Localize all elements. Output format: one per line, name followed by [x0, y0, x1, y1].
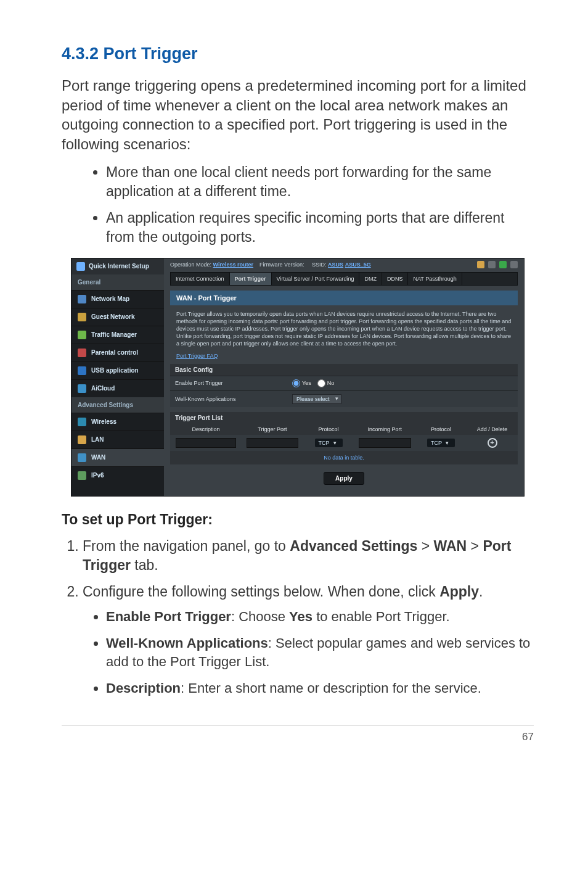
no-data-message: No data in table.: [170, 451, 518, 464]
table-input-row: TCP TCP +: [170, 435, 518, 451]
scenario-item: More than one local client needs port fo…: [106, 163, 534, 201]
radio-yes-label: Yes: [302, 380, 311, 386]
sidebar-item-parental-control[interactable]: Parental control: [71, 344, 164, 361]
th-protocol-2: Protocol: [415, 426, 467, 432]
network-map-icon: [78, 295, 86, 303]
radio-yes[interactable]: Yes: [292, 379, 311, 387]
sidebar-item-label: WAN: [91, 454, 105, 461]
th-trigger-port: Trigger Port: [242, 426, 303, 432]
panel-title: WAN - Port Trigger: [170, 291, 518, 305]
sidebar-item-label: USB application: [91, 367, 139, 374]
basic-config-header: Basic Config: [170, 364, 518, 376]
th-description: Description: [170, 426, 242, 432]
well-known-apps-label: Well-Known Applications: [175, 396, 292, 402]
sidebar-item-label: Wireless: [91, 418, 116, 425]
lan-icon: [78, 435, 86, 444]
sidebar-item-aicloud[interactable]: AiCloud: [71, 379, 164, 397]
tab-ddns[interactable]: DDNS: [382, 273, 409, 285]
sub-item: Enable Port Trigger: Choose Yes to enabl…: [106, 608, 534, 627]
setup-heading: To set up Port Trigger:: [62, 511, 534, 528]
sidebar-item-usb-application[interactable]: USB application: [71, 361, 164, 379]
sidebar-item-traffic-manager[interactable]: Traffic Manager: [71, 326, 164, 344]
header-icons: [477, 261, 518, 268]
incoming-port-input[interactable]: [359, 438, 411, 448]
sub-item: Description: Enter a short name or descr…: [106, 679, 534, 698]
sidebar-item-quick-setup[interactable]: Quick Internet Setup: [71, 258, 164, 274]
description-input[interactable]: [176, 438, 237, 448]
radio-no-input[interactable]: [317, 379, 325, 387]
apply-button[interactable]: Apply: [324, 472, 364, 485]
ssid-label: SSID:: [312, 262, 327, 268]
step-item: From the navigation panel, go to Advance…: [83, 537, 534, 575]
scenario-item: An application requires specific incomin…: [106, 208, 534, 247]
sidebar-item-label: Quick Internet Setup: [89, 263, 149, 270]
sidebar-item-label: IPv6: [91, 472, 104, 479]
faq-link[interactable]: Port Trigger FAQ: [176, 353, 512, 359]
th-protocol: Protocol: [303, 426, 354, 432]
sidebar-item-label: LAN: [91, 436, 104, 443]
well-known-apps-row: Well-Known Applications Please select: [170, 390, 518, 407]
ssid-link[interactable]: ASUS: [328, 262, 343, 268]
trigger-protocol-select[interactable]: TCP: [315, 439, 343, 447]
sub-settings-list: Enable Port Trigger: Choose Yes to enabl…: [83, 608, 534, 698]
sidebar: Quick Internet Setup General Network Map…: [71, 258, 164, 496]
add-button[interactable]: +: [488, 438, 497, 448]
radio-no[interactable]: No: [317, 379, 335, 387]
ssid-link[interactable]: ASUS_5G: [345, 262, 371, 268]
trigger-port-list-header: Trigger Port List: [170, 412, 518, 424]
sidebar-item-wan[interactable]: WAN: [71, 448, 164, 466]
section-heading: 4.3.2 Port Trigger: [62, 44, 534, 64]
intro-paragraph: Port range triggering opens a predetermi…: [62, 76, 534, 154]
heading-title: Port Trigger: [104, 44, 198, 63]
firmware-label: Firmware Version:: [259, 262, 304, 268]
status-bar: Operation Mode: Wireless router Firmware…: [164, 258, 524, 268]
panel-explanation: Port Trigger allows you to temporarily o…: [170, 305, 518, 353]
sidebar-item-guest-network[interactable]: Guest Network: [71, 308, 164, 326]
sidebar-group-general: General: [71, 274, 164, 290]
sidebar-item-label: Parental control: [91, 349, 138, 356]
parental-control-icon: [78, 349, 86, 357]
heading-number: 4.3.2: [62, 44, 99, 63]
ipv6-icon: [78, 471, 86, 480]
radio-yes-input[interactable]: [292, 379, 300, 387]
sub-item: Well-Known Applications: Select popular …: [106, 634, 534, 672]
scenario-list: More than one local client needs port fo…: [62, 163, 534, 247]
sidebar-group-advanced: Advanced Settings: [71, 397, 164, 413]
wan-tabs: Internet Connection Port Trigger Virtual…: [170, 272, 518, 286]
tab-port-trigger[interactable]: Port Trigger: [230, 273, 272, 285]
enable-port-trigger-label: Enable Port Trigger: [175, 380, 292, 386]
radio-no-label: No: [327, 380, 335, 386]
trigger-port-input[interactable]: [247, 438, 299, 448]
tab-internet-connection[interactable]: Internet Connection: [171, 273, 230, 285]
quick-setup-icon: [76, 262, 85, 271]
usb-application-icon: [78, 366, 86, 375]
op-mode-label: Operation Mode:: [170, 262, 211, 268]
user-icon[interactable]: [477, 261, 484, 268]
traffic-manager-icon: [78, 331, 86, 339]
incoming-protocol-select[interactable]: TCP: [427, 439, 455, 447]
setup-steps: From the navigation panel, go to Advance…: [62, 537, 534, 698]
guest-network-icon: [78, 313, 86, 321]
sidebar-item-label: Traffic Manager: [91, 331, 137, 338]
sidebar-item-wireless[interactable]: Wireless: [71, 413, 164, 431]
sidebar-item-lan[interactable]: LAN: [71, 431, 164, 448]
th-add-delete: Add / Delete: [467, 426, 518, 432]
wan-icon: [78, 453, 86, 462]
aicloud-icon: [78, 384, 86, 393]
sidebar-item-label: AiCloud: [91, 385, 115, 392]
sidebar-item-label: Network Map: [91, 295, 129, 302]
refresh-icon[interactable]: [488, 261, 496, 268]
tab-nat-passthrough[interactable]: NAT Passthrough: [408, 273, 462, 285]
sidebar-item-label: Guest Network: [91, 313, 135, 320]
tab-virtual-server[interactable]: Virtual Server / Port Forwarding: [272, 273, 360, 285]
menu-icon[interactable]: [510, 261, 518, 268]
sidebar-item-network-map[interactable]: Network Map: [71, 290, 164, 308]
wireless-icon: [78, 418, 86, 426]
op-mode-link[interactable]: Wireless router: [213, 262, 253, 268]
tab-dmz[interactable]: DMZ: [359, 273, 382, 285]
connect-icon[interactable]: [499, 261, 507, 268]
enable-port-trigger-row: Enable Port Trigger Yes No: [170, 376, 518, 390]
well-known-apps-select[interactable]: Please select: [292, 394, 341, 404]
sidebar-item-ipv6[interactable]: IPv6: [71, 466, 164, 484]
apply-row: Apply: [164, 464, 524, 496]
